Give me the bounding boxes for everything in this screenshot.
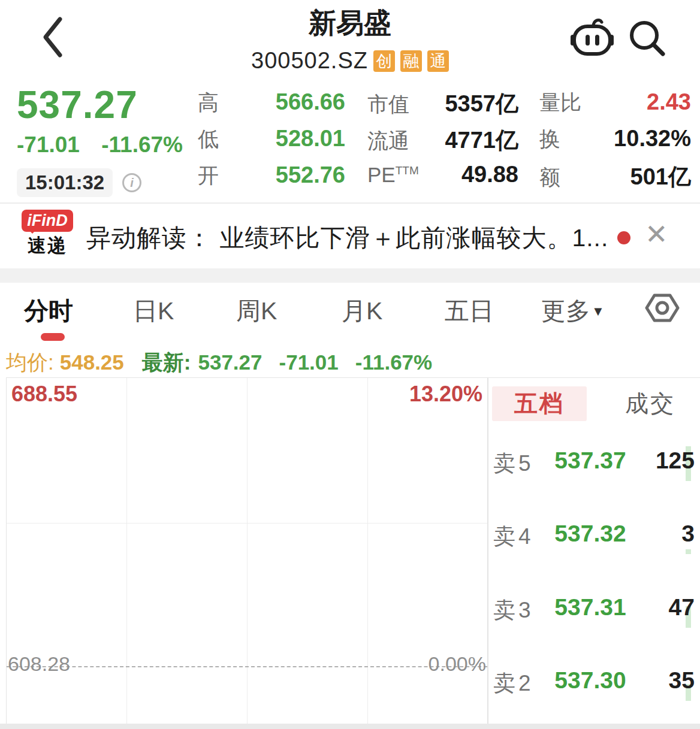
stat-value: 501亿 <box>630 162 691 192</box>
axis-zero-pct: 0.00% <box>429 652 486 676</box>
stat-label: 额 <box>539 164 560 192</box>
avg-last-row: 均价: 548.25 最新: 537.27 -71.01 -11.67% <box>6 349 432 377</box>
price-change-row: -71.01 -11.67% <box>17 132 183 158</box>
tab-more[interactable]: 更多▼ <box>541 295 605 328</box>
ask-row-3[interactable]: 卖3 537.31 47 <box>488 589 700 628</box>
stat-turnover-rate: 换 10.32% <box>539 125 691 153</box>
search-button[interactable] <box>628 19 666 58</box>
tab-daily-k[interactable]: 日K <box>133 295 174 328</box>
chart-settings-button[interactable] <box>645 292 680 323</box>
price-change: -71.01 <box>17 132 80 157</box>
tab-five-day[interactable]: 五日 <box>445 295 494 328</box>
close-icon[interactable]: ✕ <box>645 218 668 250</box>
stat-value: 528.01 <box>276 126 345 152</box>
stat-value: 10.32% <box>614 126 691 152</box>
ask-price: 537.30 <box>545 667 635 694</box>
minute-chart[interactable]: 688.55 13.20% 608.28 0.00% <box>6 377 488 729</box>
quote-time: 15:01:32 <box>17 168 113 197</box>
ifind-logo: iFinD 速递 <box>22 210 73 258</box>
axis-zero-price: 608.28 <box>8 652 70 676</box>
stat-label: 开 <box>198 162 219 190</box>
stat-volume-ratio: 量比 2.43 <box>539 89 691 117</box>
ask-volume: 125 <box>656 447 695 474</box>
stat-value: 4771亿 <box>445 125 518 156</box>
stat-label: 量比 <box>539 89 581 117</box>
ask-label: 卖3 <box>493 595 534 625</box>
stat-value: 2.43 <box>647 89 691 115</box>
stat-amount: 额 501亿 <box>539 162 691 192</box>
price-change-pct: -11.67% <box>101 132 183 157</box>
ask-volume: 35 <box>669 667 695 694</box>
stat-value: 49.88 <box>461 162 518 187</box>
order-book-panel: 五档 成交 卖5 537.37 125 卖4 537.32 3 卖3 537.3… <box>488 377 700 729</box>
tab-minute[interactable]: 分时 <box>24 295 73 328</box>
section-divider <box>0 268 700 283</box>
quote-time-row: 15:01:32 i <box>17 168 141 197</box>
stat-label: PETTM <box>367 163 419 187</box>
ask-price: 537.31 <box>545 594 635 621</box>
last-price: 537.27 <box>17 83 138 127</box>
stock-code: 300502.SZ <box>251 48 368 73</box>
active-tab-indicator <box>41 333 65 341</box>
stat-label: 流通 <box>367 127 409 155</box>
avg-price-value: 548.25 <box>60 350 124 374</box>
last-label: 最新: <box>142 349 191 377</box>
stat-pe-ttm: PETTM 49.88 <box>367 162 518 187</box>
last-change: -71.01 <box>279 350 339 374</box>
badge-chuang: 创 <box>373 50 395 72</box>
hexagon-gear-icon <box>645 292 680 323</box>
badge-tong: 通 <box>427 50 449 72</box>
ask-volume: 47 <box>669 594 695 621</box>
stat-label: 低 <box>198 125 219 153</box>
badge-rong: 融 <box>400 50 422 72</box>
stat-open: 开 552.76 <box>198 162 345 190</box>
stat-label: 换 <box>539 125 560 153</box>
tab-five-levels[interactable]: 五档 <box>492 386 587 421</box>
ask-label: 卖5 <box>493 449 534 479</box>
assistant-robot-button[interactable] <box>569 17 615 58</box>
news-banner[interactable]: iFinD 速递 异动解读： 业绩环比下滑＋此前涨幅较大。1... ✕ <box>0 204 700 268</box>
axis-max-price: 688.55 <box>11 382 77 407</box>
stat-high: 高 566.66 <box>198 89 345 117</box>
ask-row-5[interactable]: 卖5 537.37 125 <box>488 443 700 481</box>
stat-float-cap: 流通 4771亿 <box>367 125 518 156</box>
tab-weekly-k[interactable]: 周K <box>236 295 277 328</box>
unread-dot <box>617 231 630 244</box>
ask-label: 卖2 <box>493 668 534 698</box>
ask-volume: 3 <box>681 521 695 547</box>
ask-price: 537.37 <box>545 447 635 474</box>
chevron-down-icon: ▼ <box>592 304 605 319</box>
ask-label: 卖4 <box>493 522 534 552</box>
stat-low: 低 528.01 <box>198 125 345 153</box>
stat-market-cap: 市值 5357亿 <box>367 89 518 119</box>
info-icon[interactable]: i <box>122 173 141 192</box>
last-value: 537.27 <box>198 350 262 374</box>
stat-label: 市值 <box>367 90 409 119</box>
ask-row-4[interactable]: 卖4 537.32 3 <box>488 516 700 554</box>
ask-price: 537.32 <box>545 521 635 547</box>
gridline-vertical <box>126 378 127 729</box>
ask-row-2[interactable]: 卖2 537.30 35 <box>488 663 700 701</box>
search-icon <box>628 19 666 58</box>
last-change-pct: -11.67% <box>355 350 432 374</box>
baseline-dashed <box>7 666 487 667</box>
gridline-vertical <box>367 378 368 729</box>
tab-transactions[interactable]: 成交 <box>625 386 675 421</box>
avg-price-label: 均价: <box>6 349 54 377</box>
axis-max-pct: 13.20% <box>409 382 482 407</box>
gridline-horizontal <box>7 523 487 524</box>
robot-icon <box>569 17 615 58</box>
stat-value: 566.66 <box>276 89 345 115</box>
stat-value: 5357亿 <box>445 89 518 119</box>
stat-value: 552.76 <box>276 162 345 188</box>
gridline-vertical <box>247 378 248 729</box>
volume-bar <box>686 549 691 554</box>
stat-label: 高 <box>198 89 219 117</box>
tab-monthly-k[interactable]: 月K <box>342 295 382 328</box>
news-banner-text: 异动解读： 业绩环比下滑＋此前涨幅较大。1... <box>86 222 608 255</box>
bottom-edge-strip <box>0 724 700 729</box>
ifind-logo-bubble: iFinD <box>22 210 73 232</box>
